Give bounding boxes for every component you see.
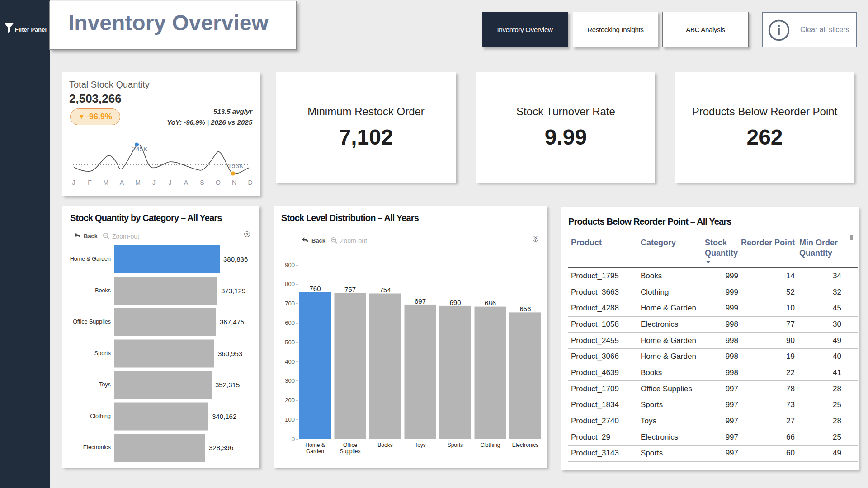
svg-text:400: 400 [285, 358, 295, 365]
svg-text:656: 656 [519, 305, 531, 313]
svg-text:Office Supplies: Office Supplies [73, 319, 111, 325]
svg-text:Office: Office [343, 442, 357, 448]
svg-text:F: F [88, 179, 92, 186]
svg-text:367,475: 367,475 [220, 318, 244, 326]
svg-text:N: N [232, 179, 236, 186]
svg-text:697: 697 [415, 297, 426, 305]
svg-text:D: D [248, 179, 252, 186]
svg-text:Home &: Home & [305, 442, 325, 448]
svg-text:245K: 245K [132, 145, 148, 153]
svg-text:700: 700 [285, 300, 295, 307]
svg-text:193K: 193K [228, 162, 244, 169]
svg-text:757: 757 [344, 286, 356, 293]
svg-text:600: 600 [285, 319, 295, 326]
svg-text:0: 0 [292, 436, 295, 442]
svg-text:Books: Books [377, 442, 392, 448]
svg-text:Electronics: Electronics [83, 444, 111, 450]
svg-text:S: S [200, 179, 204, 186]
svg-text:J: J [152, 179, 156, 186]
svg-text:Sports: Sports [94, 350, 111, 357]
svg-text:500: 500 [285, 339, 295, 346]
svg-text:686: 686 [485, 299, 496, 307]
svg-text:328,396: 328,396 [209, 444, 233, 451]
svg-text:360,953: 360,953 [218, 350, 242, 357]
svg-text:O: O [216, 179, 221, 186]
svg-text:300: 300 [285, 377, 295, 384]
svg-text:M: M [103, 179, 108, 186]
svg-text:Books: Books [95, 287, 111, 294]
svg-text:200: 200 [285, 397, 295, 404]
svg-text:Garden: Garden [306, 448, 324, 455]
svg-text:380,836: 380,836 [223, 255, 248, 263]
svg-text:754: 754 [379, 286, 391, 294]
svg-text:Sports: Sports [448, 442, 463, 448]
svg-text:Toys: Toys [415, 442, 426, 448]
svg-text:J: J [72, 179, 75, 186]
svg-text:A: A [184, 179, 189, 186]
svg-text:Home & Garden: Home & Garden [70, 256, 111, 262]
svg-text:M: M [135, 179, 141, 186]
svg-text:Supplies: Supplies [340, 448, 360, 455]
svg-text:Toys: Toys [99, 381, 111, 388]
svg-text:800: 800 [285, 281, 295, 287]
svg-text:Clothing: Clothing [480, 442, 500, 448]
svg-text:690: 690 [449, 299, 461, 306]
svg-text:760: 760 [309, 285, 321, 292]
svg-text:352,315: 352,315 [215, 381, 240, 389]
svg-text:373,129: 373,129 [221, 287, 245, 295]
svg-text:900: 900 [285, 262, 295, 268]
svg-text:Electronics: Electronics [512, 442, 539, 448]
svg-text:100: 100 [285, 416, 295, 423]
svg-text:340,162: 340,162 [212, 413, 236, 420]
svg-text:J: J [169, 179, 172, 186]
svg-text:A: A [120, 179, 124, 186]
svg-text:Clothing: Clothing [90, 413, 111, 419]
